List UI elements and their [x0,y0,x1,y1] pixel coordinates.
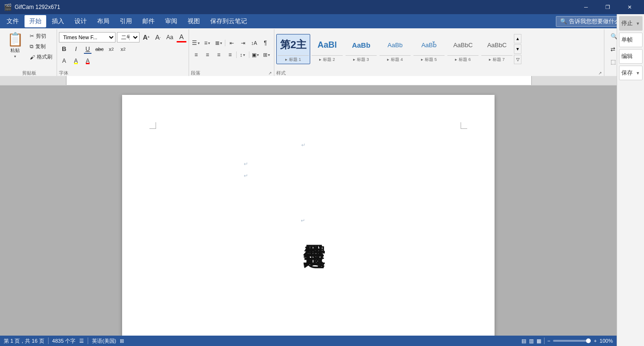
highlight-color-button[interactable]: A [71,56,81,66]
replace-icon: ⇄ [611,46,615,52]
window-title: GifCam 1292x671 [15,4,60,10]
paste-label: 粘贴 [10,47,20,54]
stop-button[interactable]: 停止 ▼ [619,16,643,31]
bullets-button[interactable]: ☰▼ [191,38,201,48]
title-bar-left: 🎬 GifCam 1292x671 [4,3,60,11]
word-count[interactable]: 4835 个字 [52,338,76,345]
view-icon3[interactable]: ▦ [537,338,541,344]
style-heading4[interactable]: AaBb ▸ 标题 4 [378,34,412,64]
menu-view[interactable]: 视图 [183,15,205,27]
style-heading6[interactable]: AaBbC ▸ 标题 6 [446,34,480,64]
search-box[interactable]: 🔍 告诉我您想要做什么 [556,16,624,27]
sort-button[interactable]: ↕A [249,38,259,48]
styles-dialog-launcher[interactable]: ↗ [598,71,602,76]
copy-button[interactable]: ⧉ 复制 [27,42,55,51]
align-left-button[interactable]: ≡ [191,50,201,60]
save-button-panel[interactable]: 保存 ▼ [619,66,643,80]
language[interactable]: 英语(美国) [92,338,116,345]
menu-file[interactable]: 文件 [2,15,24,27]
restore-button[interactable]: ❐ [597,0,619,14]
strikethrough-button[interactable]: abc [94,44,105,54]
title-controls: ─ ❐ ✕ [575,0,640,14]
style-heading1-preview: AaBl [317,35,337,55]
document-page: ↵ ↵ ↵ 假装这里是封 ↵ [122,95,495,336]
view-icon2[interactable]: ▥ [529,338,534,344]
menu-references[interactable]: 引用 [115,15,137,27]
ruler [0,76,617,85]
increase-indent-button[interactable]: ⇥ [238,38,248,48]
copy-label: 复制 [35,43,46,50]
edit-button[interactable]: 编辑 [619,49,643,64]
line-spacing-button[interactable]: ↕▼ [238,50,248,60]
para-row1: ☰▼ ≡▼ ≣▼ ⇤ ⇥ ↕A ¶ [191,38,272,48]
style-heading7[interactable]: AaBbC ▸ 标题 7 [480,34,514,64]
decrease-indent-button[interactable]: ⇤ [226,38,237,48]
align-center-button[interactable]: ≡ [202,50,213,60]
shading-button[interactable]: ▣▼ [250,50,261,60]
style-heading7-preview: AaBbC [487,35,506,55]
clipboard-group-content: 📋 粘贴 ▼ ✂ 剪切 ⧉ 复制 🖌 格式刷 [4,29,55,68]
style-heading5-label: ▸ 标题 5 [413,55,445,63]
styles-expand[interactable]: ▽ [514,55,521,64]
zoom-level: 100% [600,338,613,344]
font-color-button[interactable]: A [83,56,93,66]
font-size-select[interactable]: 二号 [117,32,140,42]
font-group-content: Times New F... 二号 A+ A- Aa A B I [59,29,187,68]
menu-design[interactable]: 设计 [70,15,91,27]
bold-button[interactable]: B [59,44,69,54]
menu-cloud-save[interactable]: 保存到云笔记 [206,15,252,27]
font-controls: Times New F... 二号 A+ A- Aa A B I [59,31,187,67]
menu-review[interactable]: 审阅 [160,15,182,27]
multilevel-list-button[interactable]: ≣▼ [214,38,224,48]
borders-button[interactable]: ⊞▼ [262,50,272,60]
paste-button[interactable]: 📋 粘贴 ▼ [4,30,26,60]
copy-icon: ⧉ [30,43,33,50]
italic-button[interactable]: I [71,44,81,54]
font-grow-button[interactable]: A+ [141,32,151,42]
close-button[interactable]: ✕ [619,0,640,14]
style-heading2[interactable]: 第2主 ▸ 标题 1 [276,34,310,64]
menu-mailings[interactable]: 邮件 [138,15,159,27]
menu-layout[interactable]: 布局 [92,15,114,27]
zoom-handle[interactable] [586,338,591,343]
menu-insert[interactable]: 插入 [47,15,69,27]
font-case-button[interactable]: Aa [165,32,175,42]
main-document-area: ↵ ↵ ↵ 假装这里是封 ↵ [0,85,617,336]
edit-label: 编辑 [621,52,633,60]
numbering-button[interactable]: ≡▼ [202,38,213,48]
view-icon1[interactable]: ▤ [521,338,526,344]
clear-formatting-button[interactable]: A [176,32,187,42]
text-effects-button[interactable]: A [59,56,69,66]
single-frame-button[interactable]: 单帧 [619,33,643,47]
font-family-select[interactable]: Times New F... [59,32,116,42]
font-shrink-button[interactable]: A- [153,32,163,42]
highlight-icon: A [74,58,78,64]
superscript-button[interactable]: x2 [118,44,128,54]
format-painter-icon: 🖌 [30,54,35,60]
underline-button[interactable]: U [83,44,93,54]
page-info[interactable]: 第 1 页，共 16 页 [4,338,44,345]
style-heading5[interactable]: AaBb᷈ ▸ 标题 5 [412,34,446,64]
format-painter-button[interactable]: 🖌 格式刷 [27,52,55,62]
minimize-button[interactable]: ─ [575,0,597,14]
font-row3: A A A [59,56,187,66]
zoom-slider[interactable] [553,340,591,342]
style-heading2-preview: 第2主 [280,35,306,55]
para-row2: ≡ ≡ ≡ ≡ ↕▼ ▣▼ ⊞▼ [191,50,272,60]
zoom-out-button[interactable]: − [547,338,550,344]
cut-button[interactable]: ✂ 剪切 [27,31,55,41]
paragraph-dialog-launcher[interactable]: ↗ [268,71,272,76]
search-icon: 🔍 [560,18,567,25]
show-marks-button[interactable]: ¶ [260,38,271,48]
style-heading2-label: ▸ 标题 1 [278,55,309,63]
menu-home[interactable]: 开始 [25,15,46,27]
styles-scroll-up[interactable]: ▲ [514,34,521,43]
zoom-in-button[interactable]: + [594,338,596,344]
style-heading1[interactable]: AaBl ▸ 标题 2 [310,34,344,64]
style-heading3[interactable]: AaBb ▸ 标题 3 [344,34,378,64]
styles-scroll-down[interactable]: ▼ [514,44,521,54]
search-placeholder: 告诉我您想要做什么 [569,17,620,25]
align-right-button[interactable]: ≡ [214,50,224,60]
justify-button[interactable]: ≡ [225,50,235,60]
subscript-button[interactable]: x2 [106,44,116,54]
